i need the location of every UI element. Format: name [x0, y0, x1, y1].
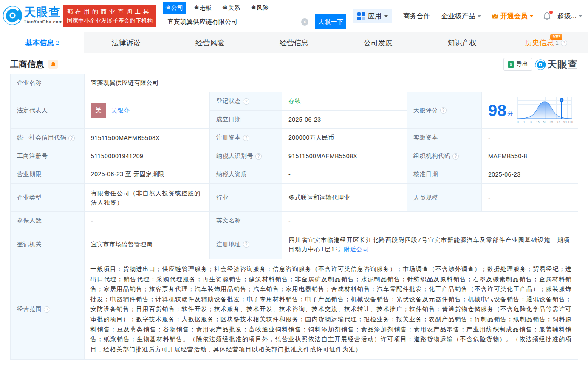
field-label: 行业 — [210, 184, 282, 212]
section-header: 工商信息 x 导出 天眼查 — [10, 57, 578, 72]
registration-authority: 宜宾市市场监督管理局 — [85, 230, 210, 259]
caret-down-icon — [384, 15, 388, 17]
paid-in-capital: - — [482, 129, 578, 147]
tab-legal[interactable]: 法律诉讼 — [84, 32, 168, 53]
search-tab-company[interactable]: 查公司 — [163, 2, 186, 14]
field-label: 实缴资本 — [407, 129, 482, 147]
legal-representative-link[interactable]: 吴银夺 — [111, 107, 130, 114]
tianyan-score: 98 分 — [482, 92, 578, 129]
legal-representative: 吴 吴银夺 — [85, 92, 210, 129]
tab-basic-info[interactable]: 基本信息2 — [0, 32, 84, 53]
help-icon[interactable]: ? — [452, 153, 459, 160]
field-label: 纳税人资质 — [210, 165, 282, 184]
registered-address: 四川省宜宾市临港经开区长江北路西段附四段7号宜宾市新能源汽车及零部件产业园基础设… — [282, 230, 578, 259]
svg-text:99: 99 — [563, 120, 567, 123]
taxpayer-id: 91511500MAEMB5508X — [282, 147, 407, 165]
promo-banner: 都在用的商业查询工具 国家中小企业发展子基金旗下机构 — [63, 5, 156, 27]
svg-text:100: 100 — [568, 120, 573, 123]
notifications-bell[interactable] — [543, 11, 551, 21]
page-tabs: 基本信息2 法律诉讼 经营风险 经营信息 公司发展 知识产权 历史信息1 ? V… — [0, 32, 588, 53]
help-icon[interactable]: ? — [561, 40, 567, 46]
svg-text:15: 15 — [536, 120, 540, 123]
bell-icon — [51, 61, 56, 67]
help-icon[interactable]: ? — [243, 135, 249, 141]
field-label: 天眼评分? — [407, 92, 482, 129]
help-icon[interactable]: ? — [440, 107, 447, 114]
registration-status: 存续 — [282, 92, 407, 111]
svg-text:50: 50 — [543, 120, 546, 123]
establish-date: 2025-06-23 — [282, 111, 407, 129]
nav-enterprise[interactable]: 企业级产品 — [441, 12, 481, 21]
monitor-bell-badge[interactable] — [48, 60, 58, 69]
search-button[interactable]: 天眼一下 — [315, 14, 346, 29]
svg-text:85: 85 — [550, 120, 553, 123]
help-icon[interactable]: ? — [243, 98, 249, 105]
help-icon[interactable]: ? — [68, 135, 75, 141]
taxpayer-quality: - — [282, 165, 407, 184]
tianyancha-logo[interactable]: 天眼查 TianYanCha.com — [3, 6, 63, 26]
nearby-companies-link[interactable]: 附近公司 — [343, 246, 369, 253]
field-label: 英文名称 — [210, 212, 282, 230]
avatar[interactable]: 吴 — [91, 103, 106, 118]
section-title: 工商信息 — [10, 59, 44, 70]
brand-domain: TianYanCha.com — [24, 20, 63, 24]
clear-icon[interactable]: ✕ — [301, 18, 308, 26]
business-info-table: 企业名称 宜宾凯翼供应链有限公司 法定代表人 吴 吴银夺 登记状态? 存续 天眼… — [10, 74, 578, 360]
registered-capital: 200000万人民币 — [282, 129, 407, 147]
company-type: 有限责任公司（非自然人投资或控股的法人独资） — [85, 184, 210, 212]
search-tab-relation[interactable]: 查关系 — [220, 2, 243, 14]
field-label: 登记状态? — [210, 92, 282, 111]
tab-operating-risk[interactable]: 经营风险 — [168, 32, 252, 53]
caret-down-icon — [478, 15, 481, 17]
svg-text:1: 1 — [523, 120, 525, 123]
tianyancha-logo-icon — [3, 6, 23, 26]
help-icon[interactable]: ? — [44, 306, 50, 313]
help-icon[interactable]: ? — [243, 241, 249, 248]
search-input[interactable]: 宜宾凯翼供应链有限公司 ✕ — [163, 14, 313, 29]
field-label: 参保人数 — [11, 212, 85, 230]
svg-text:0: 0 — [517, 120, 519, 123]
field-label: 纳税人识别号? — [210, 147, 282, 165]
field-label: 营业期限 — [11, 165, 85, 184]
field-label: 核准日期 — [407, 165, 482, 184]
caret-down-icon — [579, 15, 582, 17]
field-label: 组织机构代码? — [407, 147, 482, 165]
approval-date: 2025-06-23 — [482, 165, 578, 184]
business-term: 2025-06-23 至 无固定期限 — [85, 165, 210, 184]
nav-cooperation[interactable]: 商务合作 — [403, 12, 430, 21]
tab-development[interactable]: 公司发展 — [336, 32, 420, 53]
user-menu[interactable]: 超级... — [557, 12, 582, 21]
tab-intellectual-property[interactable]: 知识产权 — [420, 32, 504, 53]
score-distribution-chart: 0131550859799100 — [517, 97, 573, 125]
unified-social-credit-code: 91511500MAEMB5508X — [85, 129, 210, 147]
crown-icon — [491, 13, 499, 20]
search-tab-risk[interactable]: 查风险 — [248, 2, 271, 14]
field-label: 工商注册号 — [11, 147, 85, 165]
excel-icon: x — [508, 61, 514, 68]
registration-number: 511500001941209 — [85, 147, 210, 165]
tianyancha-logo-icon — [535, 59, 546, 70]
search-tabs: 查公司 查老板 查关系 查风险 — [163, 2, 346, 14]
export-button[interactable]: x 导出 — [503, 58, 532, 71]
watermark-logo: 天眼查 — [535, 58, 578, 71]
apps-grid-icon — [357, 12, 365, 20]
field-label: 成立日期 — [210, 111, 282, 129]
field-label: 注册地址? — [210, 230, 282, 259]
english-name: - — [282, 212, 578, 230]
company-name: 宜宾凯翼供应链有限公司 — [85, 74, 578, 92]
apps-menu[interactable]: 应用 — [353, 9, 392, 23]
help-icon[interactable]: ? — [255, 153, 262, 160]
industry: 多式联运和运输代理业 — [282, 184, 407, 212]
insured-count: - — [85, 212, 210, 230]
search-tab-boss[interactable]: 查老板 — [191, 2, 214, 14]
search-area: 查公司 查老板 查关系 查风险 宜宾凯翼供应链有限公司 ✕ 天眼一下 — [163, 2, 346, 29]
organization-code: MAEMB550-8 — [482, 147, 578, 165]
nav-vip[interactable]: 开通会员 — [491, 12, 533, 21]
tab-history[interactable]: 历史信息1 ? VIP — [504, 32, 588, 53]
tab-operating-info[interactable]: 经营信息 — [252, 32, 336, 53]
field-label: 统一社会信用代码? — [11, 129, 85, 147]
caret-down-icon — [530, 15, 533, 17]
header-nav: 应用 商务合作 企业级产品 开通会员 超级... — [353, 9, 582, 23]
field-label: 登记机关 — [11, 230, 85, 259]
field-label: 企业名称 — [11, 74, 85, 92]
